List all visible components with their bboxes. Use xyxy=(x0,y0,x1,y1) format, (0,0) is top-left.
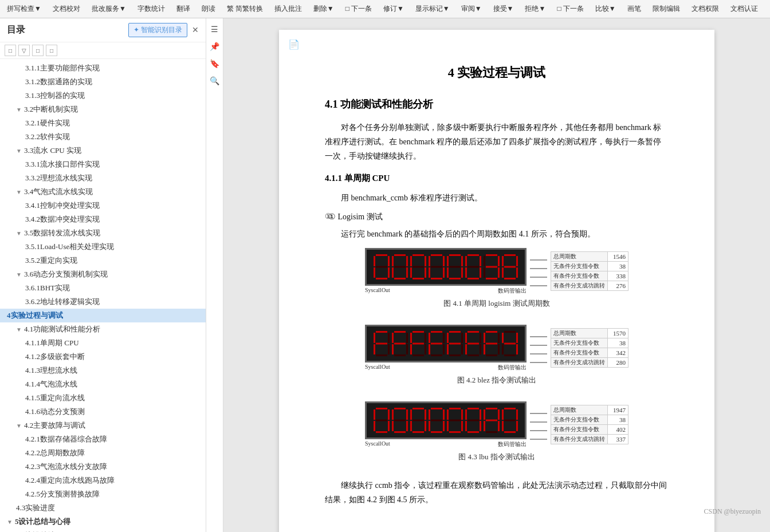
insert-comment-btn[interactable]: 插入批注 xyxy=(272,3,304,15)
digit xyxy=(502,408,518,433)
syscall-label-3: SyscallOut xyxy=(365,440,390,448)
toc-item[interactable]: 4.1.4气泡流水线 xyxy=(0,377,206,391)
toc-item[interactable]: 3.3.2理想流水线实现 xyxy=(0,171,206,185)
toc-item[interactable]: 3.2.2软件实现 xyxy=(0,130,206,144)
toc-item[interactable]: 3.2.1硬件实现 xyxy=(0,116,206,130)
digit xyxy=(502,331,518,356)
smart-toc-btn[interactable]: ✦ 智能识别目录 xyxy=(128,23,187,37)
menu-icon[interactable]: ☰ xyxy=(209,23,221,36)
toc-item[interactable]: 4.3实验进度 xyxy=(0,501,206,515)
toc-item[interactable]: 4.2.4重定向流水线跑马故障 xyxy=(0,474,206,487)
digit xyxy=(429,408,445,433)
toc-item[interactable]: ▼4.1功能测试和性能分析 xyxy=(0,322,206,336)
toc-item[interactable]: ▼5设计总结与心得 xyxy=(0,515,206,529)
top-toolbar: 拼写检查▼ 文档校对 批改服务▼ 字数统计 翻译 朗读 繁 简繁转换 插入批注 … xyxy=(0,0,770,18)
watermark: CSDN @biyezuopin xyxy=(704,507,761,516)
toc-btn4[interactable]: □ xyxy=(46,45,57,56)
shuzi-label-2: 数码管输出 xyxy=(498,364,527,372)
translate-btn[interactable]: 翻译 xyxy=(174,3,192,15)
toc-item[interactable]: ▼3.3流水 CPU 实现 xyxy=(0,144,206,157)
table-value: 38 xyxy=(608,338,628,348)
toc-btn3[interactable]: □ xyxy=(32,45,44,56)
show-markup-btn[interactable]: 显示标记▼ xyxy=(413,3,452,15)
digit xyxy=(429,254,445,279)
compare-btn[interactable]: 比较▼ xyxy=(593,3,618,15)
toc-arrow: ▼ xyxy=(16,271,22,278)
table-label: 有条件分支指令数 xyxy=(551,348,608,358)
review-service-btn[interactable]: 批改服务▼ xyxy=(89,3,128,15)
read-aloud-btn[interactable]: 朗读 xyxy=(199,3,218,15)
table-value: 280 xyxy=(608,358,628,368)
toc-item[interactable]: 4.1.6动态分支预测 xyxy=(0,405,206,419)
table-value: 276 xyxy=(608,281,628,291)
toc-item[interactable]: ▼3.4气泡式流水线实现 xyxy=(0,185,206,199)
doc-auth-btn[interactable]: 文档认证 xyxy=(728,3,760,15)
digit xyxy=(465,254,481,279)
toc-item[interactable]: ▼4.2主要故障与调试 xyxy=(0,419,206,432)
toc-item[interactable]: 3.6.1BHT实现 xyxy=(0,281,206,295)
toc-item[interactable]: 4实验过程与调试 xyxy=(0,309,206,322)
toc-item[interactable]: 3.4.1控制冲突处理实现 xyxy=(0,199,206,212)
digit xyxy=(374,254,390,279)
table-value: 1546 xyxy=(608,252,628,262)
toc-item[interactable]: 3.1.1主要功能部件实现 xyxy=(0,61,206,75)
toc-item-label: 3.6动态分支预测机制实现 xyxy=(24,269,108,279)
toc-item-label: 3.1.2数据通路的实现 xyxy=(25,77,92,87)
toc-item-label: 4.2.5分支预测替换故障 xyxy=(25,489,100,499)
digit xyxy=(392,254,408,279)
display-panel-1 xyxy=(365,248,527,286)
toc-item[interactable]: 4.1.1单周期 CPU xyxy=(0,336,206,350)
toc-item[interactable]: 4.1.3理想流水线 xyxy=(0,364,206,377)
bookmark-icon[interactable]: 🔖 xyxy=(209,57,221,70)
toc-item-label: 4.2主要故障与调试 xyxy=(24,420,85,431)
reject-btn[interactable]: 拒绝▼ xyxy=(522,3,548,15)
table-value: 1570 xyxy=(608,329,628,338)
pen-btn[interactable]: 画笔 xyxy=(625,3,643,15)
toc-item[interactable]: 4.1.2多级嵌套中断 xyxy=(0,350,206,364)
toc-item[interactable]: 3.5.2重定向实现 xyxy=(0,254,206,267)
table-value: 342 xyxy=(608,348,628,358)
pin-icon[interactable]: 📌 xyxy=(209,40,221,53)
toc-item[interactable]: 4.2.5分支预测替换故障 xyxy=(0,487,206,501)
toc-item-label: 3.3.1流水接口部件实现 xyxy=(25,159,100,170)
next-comment-btn[interactable]: □ 下一条 xyxy=(343,3,374,15)
review-btn[interactable]: 审阅▼ xyxy=(459,3,484,15)
toc-item[interactable]: 4.2.1数据存储器综合故障 xyxy=(0,432,206,446)
convert-btn[interactable]: 繁 简繁转换 xyxy=(225,3,265,15)
toc-item[interactable]: 3.4.2数据冲突处理实现 xyxy=(0,212,206,226)
doc-check-btn[interactable]: 文档校对 xyxy=(50,3,82,15)
toc-item[interactable]: ▼3.5数据转发流水线实现 xyxy=(0,226,206,240)
toc-item[interactable]: 3.5.1Load-Use相关处理实现 xyxy=(0,240,206,254)
table-label: 有条件分支指令数 xyxy=(551,271,608,281)
restrict-edit-btn[interactable]: 限制编辑 xyxy=(650,3,682,15)
sidebar-close-btn[interactable]: ✕ xyxy=(192,25,199,35)
toc-item-label: 4.2.1数据存储器综合故障 xyxy=(25,434,107,444)
table-value: 338 xyxy=(608,271,628,281)
toc-item-label: 4.1.6动态分支预测 xyxy=(25,407,85,417)
toc-item[interactable]: 3.1.3控制器的实现 xyxy=(0,89,206,103)
shuzi-label-1: 数码管输出 xyxy=(498,287,527,295)
toc-btn2[interactable]: ▽ xyxy=(18,45,30,56)
toc-item[interactable]: 3.3.1流水接口部件实现 xyxy=(0,157,206,171)
toc-item[interactable]: 3.6.2地址转移逻辑实现 xyxy=(0,295,206,309)
next2-btn[interactable]: □ 下一条 xyxy=(555,3,586,15)
doc-rights-btn[interactable]: 文档权限 xyxy=(689,3,721,15)
spell-check-btn[interactable]: 拼写检查▼ xyxy=(5,3,44,15)
connector-svg-2 xyxy=(530,325,547,371)
toc-item[interactable]: 4.2.3气泡流水线分支故障 xyxy=(0,460,206,474)
track-changes-btn[interactable]: 修订▼ xyxy=(381,3,406,15)
toc-item[interactable]: 3.1.2数据通路的实现 xyxy=(0,75,206,89)
toc-item[interactable]: ▼3.2中断机制实现 xyxy=(0,103,206,116)
search-icon[interactable]: 🔍 xyxy=(209,74,221,87)
accept-btn[interactable]: 接受▼ xyxy=(491,3,516,15)
toc-item-label: 4.1.2多级嵌套中断 xyxy=(25,352,85,362)
delete-btn[interactable]: 删除▼ xyxy=(311,3,336,15)
toc-item[interactable]: 4.1.5重定向流水线 xyxy=(0,391,206,405)
word-count-btn[interactable]: 字数统计 xyxy=(135,3,167,15)
toc-arrow: ▼ xyxy=(7,519,13,525)
toc-btn1[interactable]: □ xyxy=(5,45,16,56)
toc-item[interactable]: 5.1毕设总结 xyxy=(0,529,206,532)
toc-item[interactable]: ▼3.6动态分支预测机制实现 xyxy=(0,267,206,281)
toc-item[interactable]: 4.2.2总周期数故障 xyxy=(0,446,206,460)
document-page: 📄 4 实验过程与调试 4.1 功能测试和性能分析 对各个任务分别单独测试，除多… xyxy=(279,30,714,532)
